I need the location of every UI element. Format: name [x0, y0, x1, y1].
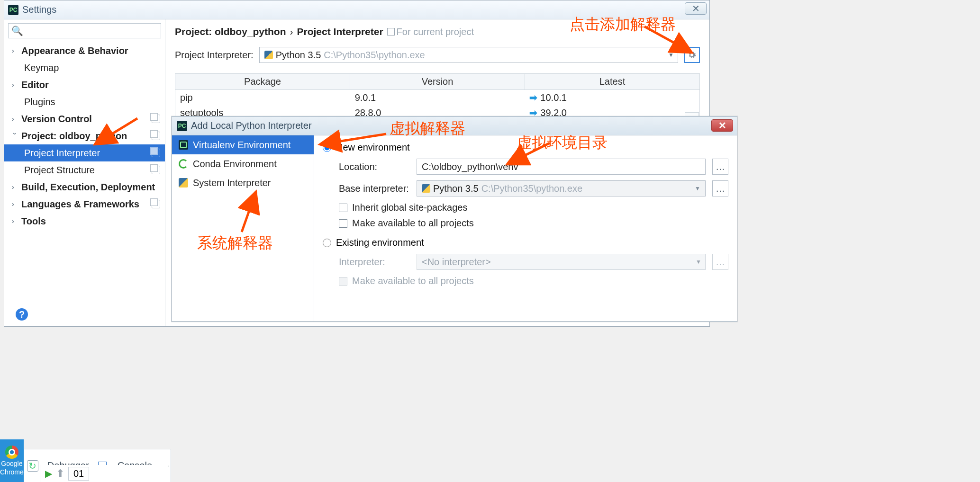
- arrow-icon: [90, 118, 142, 152]
- help-button[interactable]: ?: [16, 308, 28, 321]
- radio-existing-env[interactable]: [323, 239, 331, 247]
- breadcrumb-page: Project Interpreter: [297, 26, 383, 37]
- chevron-down-icon: ▼: [695, 185, 700, 192]
- svg-line-3: [507, 143, 550, 164]
- tree-keymap[interactable]: Keymap: [4, 59, 165, 76]
- settings-title: Settings: [22, 4, 56, 15]
- scope-icon: [387, 28, 395, 36]
- rerun-icon[interactable]: ↻: [27, 460, 38, 472]
- tree-tools[interactable]: ›Tools: [4, 213, 165, 230]
- interp-label: Project Interpreter:: [175, 50, 254, 61]
- dialog-title: Add Local Python Interpreter: [191, 120, 312, 131]
- scope-icon: [152, 132, 160, 140]
- option-virtualenv[interactable]: Virtualenv Environment: [172, 135, 314, 154]
- label-inherit: Inherit global site-packages: [352, 202, 467, 213]
- label-base-interp: Base interpreter:: [339, 183, 410, 194]
- package-table: Package Version Latest pip 9.0.1 ➡10.0.1…: [175, 73, 700, 121]
- tree-project-structure[interactable]: Project Structure: [4, 161, 165, 179]
- breadcrumb-scope: For current project: [397, 27, 474, 37]
- tree-build[interactable]: ›Build, Execution, Deployment: [4, 179, 165, 196]
- sidebar-search[interactable]: 🔍: [8, 23, 161, 38]
- search-icon: 🔍: [11, 25, 23, 36]
- scope-icon: [152, 115, 160, 123]
- tree-plugins[interactable]: Plugins: [4, 93, 165, 110]
- svg-line-0: [644, 27, 692, 53]
- label-interp: Interpreter:: [339, 257, 410, 268]
- settings-titlebar: PC Settings ✕: [4, 0, 709, 19]
- label-make-available: Make available to all projects: [352, 218, 474, 229]
- col-latest[interactable]: Latest: [525, 74, 699, 89]
- ide-bottom-controls: ▶ ⬆ 01: [40, 465, 168, 482]
- breadcrumb-project: Project: oldboy_python: [175, 26, 286, 37]
- frame-number: 01: [68, 467, 89, 481]
- existing-interp-select: <No interpreter> ▼: [417, 254, 706, 270]
- arrow-icon: [315, 130, 391, 149]
- col-version[interactable]: Version: [350, 74, 525, 89]
- svg-line-1: [95, 118, 137, 144]
- svg-line-2: [320, 134, 386, 144]
- upgrade-icon: ➡: [529, 92, 537, 103]
- scope-icon: [152, 149, 160, 157]
- dialog-close-button[interactable]: ✕: [711, 119, 733, 132]
- svg-line-4: [242, 192, 256, 232]
- chrome-shortcut[interactable]: Google Chrome: [0, 439, 24, 482]
- scope-icon: [152, 200, 160, 208]
- search-input[interactable]: [25, 26, 158, 36]
- option-conda[interactable]: Conda Environment: [172, 154, 314, 173]
- label-existing-env: Existing environment: [336, 237, 424, 248]
- python-icon: [179, 178, 188, 187]
- interp-select[interactable]: Python 3.5 C:\Python35\python.exe ▼: [259, 47, 678, 63]
- label-make-available-existing: Make available to all projects: [352, 276, 474, 286]
- tree-lang[interactable]: ›Languages & Frameworks: [4, 196, 165, 213]
- python-icon: [422, 184, 430, 193]
- step-icon[interactable]: ⬆: [56, 467, 64, 480]
- python-icon: [264, 51, 273, 59]
- arrow-icon: [644, 27, 701, 60]
- checkbox-make-available[interactable]: [339, 219, 347, 228]
- dialog-titlebar: PC Add Local Python Interpreter ✕: [172, 116, 737, 135]
- checkbox-make-available-existing: [339, 277, 347, 286]
- col-package[interactable]: Package: [175, 74, 350, 89]
- breadcrumb: Project: oldboy_python › Project Interpr…: [175, 26, 700, 37]
- close-button[interactable]: ✕: [685, 2, 707, 15]
- table-row[interactable]: pip 9.0.1 ➡10.0.1: [175, 90, 699, 105]
- pycharm-icon: PC: [8, 5, 18, 15]
- arrow-icon: [237, 189, 265, 237]
- pycharm-icon: PC: [177, 121, 187, 131]
- base-interp-select[interactable]: Python 3.5 C:\Python35\python.exe ▼: [417, 180, 706, 196]
- chevron-down-icon: ▼: [696, 259, 701, 265]
- settings-sidebar: 🔍 ›Appearance & Behavior Keymap ›Editor …: [4, 19, 165, 326]
- arrow-icon: [502, 143, 554, 171]
- resume-icon[interactable]: ▶: [45, 468, 52, 479]
- scope-icon: [152, 166, 160, 174]
- tree-appearance[interactable]: ›Appearance & Behavior: [4, 42, 165, 59]
- chrome-icon: [5, 446, 18, 459]
- label-location: Location:: [339, 161, 410, 172]
- browse-base-button[interactable]: …: [712, 180, 728, 196]
- tree-editor[interactable]: ›Editor: [4, 76, 165, 93]
- browse-location-button[interactable]: …: [712, 159, 728, 175]
- location-field[interactable]: C:\oldboy_python\venv: [417, 159, 706, 175]
- checkbox-inherit[interactable]: [339, 204, 347, 212]
- virtualenv-icon: [179, 140, 188, 150]
- conda-icon: [179, 159, 188, 169]
- browse-existing-button: …: [712, 254, 728, 270]
